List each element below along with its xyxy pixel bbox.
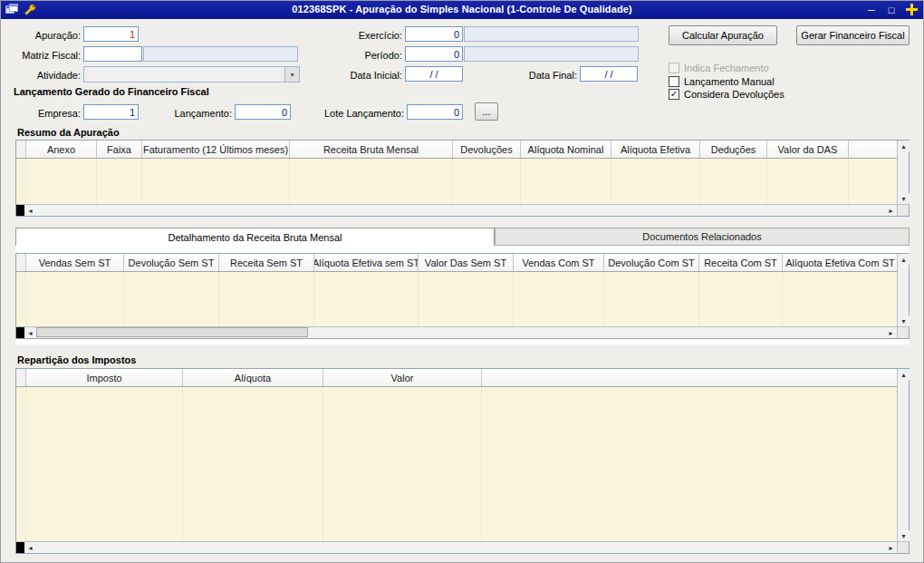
scroll-down-icon[interactable]: ▾: [898, 193, 910, 204]
exercicio-description-field: [464, 26, 639, 42]
horizontal-scrollbar[interactable]: ◂ ▸: [16, 541, 897, 553]
lote-browse-button[interactable]: ...: [475, 102, 498, 121]
column-header[interactable]: Receita Sem ST: [219, 254, 314, 271]
column-header[interactable]: Faixa: [97, 141, 142, 158]
atividade-select: ▾: [83, 66, 300, 83]
title-bar: 012368SPK - Apuração do Simples Nacional…: [1, 1, 923, 19]
column-header[interactable]: Alíquota Efetiva sem ST: [314, 254, 419, 271]
scroll-split-handle[interactable]: [16, 327, 24, 338]
column-header[interactable]: Receita Com ST: [699, 254, 783, 271]
resumo-section-title: Resumo da Apuração: [17, 127, 120, 138]
scroll-track[interactable]: [36, 205, 885, 216]
vertical-scrollbar[interactable]: ▴ ▾: [897, 141, 909, 204]
column-header[interactable]: Alíquota Nominal: [521, 141, 611, 158]
calcular-apuracao-button[interactable]: Calcular Apuração: [669, 25, 777, 45]
empresa-label: Empresa:: [8, 107, 81, 120]
vertical-scrollbar[interactable]: ▴ ▾: [897, 369, 909, 541]
detalhamento-grid-header: Vendas Sem ST Devolução Sem ST Receita S…: [16, 254, 897, 272]
periodo-input[interactable]: 0: [405, 46, 463, 62]
data-inicial-label: Data Inicial:: [327, 69, 402, 82]
column-header[interactable]: Devoluções: [453, 141, 521, 158]
column-header[interactable]: Alíquota Efetiva Com ST: [783, 254, 899, 271]
apuracao-label: Apuração:: [8, 29, 81, 42]
column-header[interactable]: Devolução Sem ST: [124, 254, 219, 271]
lote-lancamento-input[interactable]: 0: [407, 104, 463, 120]
scrollbar-corner: [897, 204, 909, 216]
horizontal-scrollbar[interactable]: ◂ ▸: [16, 326, 897, 338]
column-header[interactable]: Anexo: [26, 141, 97, 158]
wrench-icon[interactable]: [24, 4, 36, 16]
matriz-fiscal-description-field: [143, 46, 298, 62]
data-inicial-input[interactable]: / /: [405, 66, 463, 82]
column-header[interactable]: Alíquota Efetiva: [611, 141, 700, 158]
column-header[interactable]: Deduções: [700, 141, 767, 158]
column-header[interactable]: Faturamento (12 Últimos meses): [142, 141, 290, 158]
column-header[interactable]: Receita Bruta Mensal: [290, 141, 453, 158]
tab-detalhamento[interactable]: Detalhamento da Receita Bruta Mensal: [15, 228, 495, 246]
row-indicator-header: [16, 369, 26, 386]
column-header[interactable]: Vendas Com ST: [514, 254, 604, 271]
exercicio-label: Exercício:: [327, 29, 402, 42]
data-final-label: Data Final:: [501, 69, 577, 82]
scroll-split-handle[interactable]: [16, 205, 24, 216]
lancamento-label: Lançamento:: [146, 107, 232, 120]
reparticao-section-title: Repartição dos Impostos: [17, 354, 136, 365]
scroll-up-icon[interactable]: ▴: [898, 141, 910, 151]
empresa-input[interactable]: 1: [83, 104, 139, 120]
minimize-button[interactable]: ─: [865, 3, 878, 16]
column-header[interactable]: Valor: [323, 369, 482, 386]
vertical-scrollbar[interactable]: ▴ ▾: [897, 254, 909, 326]
chevron-down-icon: ▾: [284, 67, 299, 82]
exercicio-input[interactable]: 0: [405, 26, 463, 42]
column-header[interactable]: Vendas Sem ST: [26, 254, 124, 271]
matriz-fiscal-input[interactable]: [83, 46, 142, 62]
column-header[interactable]: Valor Das Sem ST: [419, 254, 514, 271]
lancamento-input[interactable]: 0: [235, 104, 291, 120]
scroll-thumb[interactable]: [36, 327, 308, 337]
lancamento-manual-checkbox[interactable]: Lançamento Manual: [669, 76, 775, 87]
app-window: 012368SPK - Apuração do Simples Nacional…: [0, 0, 924, 563]
indica-fechamento-checkbox: Indica Fechamento: [669, 63, 769, 73]
scroll-left-icon[interactable]: ◂: [24, 327, 36, 338]
detalhamento-grid-body: [16, 272, 897, 326]
considera-devolucoes-checkbox[interactable]: ✓ Considera Devoluções: [669, 89, 784, 100]
lancamento-section-title: Lançamento Gerado do Financeiro Fiscal: [14, 86, 209, 97]
horizontal-scrollbar[interactable]: ◂ ▸: [16, 204, 897, 216]
matriz-fiscal-label: Matriz Fiscal:: [8, 49, 81, 62]
checkbox-box: [669, 63, 679, 73]
periodo-label: Período:: [327, 49, 402, 62]
scroll-right-icon[interactable]: ▸: [885, 205, 897, 216]
scroll-right-icon[interactable]: ▸: [885, 542, 897, 553]
maximize-button[interactable]: □: [885, 3, 898, 16]
row-indicator-header: [16, 141, 26, 158]
apuracao-input[interactable]: 1: [83, 26, 139, 42]
reparticao-grid-body: [16, 387, 897, 541]
atividade-label: Atividade:: [8, 69, 81, 82]
scroll-track[interactable]: [36, 327, 885, 338]
data-final-input[interactable]: / /: [580, 66, 638, 82]
scroll-up-icon[interactable]: ▴: [898, 254, 910, 265]
tab-documentos-relacionados[interactable]: Documentos Relacionados: [495, 228, 910, 246]
gerar-financeiro-fiscal-button[interactable]: Gerar Financeiro Fiscal: [796, 25, 910, 45]
close-button[interactable]: [905, 3, 918, 16]
row-indicator-header: [16, 254, 26, 271]
checkbox-label: Indica Fechamento: [684, 63, 769, 73]
scroll-split-handle[interactable]: [16, 542, 24, 553]
scroll-down-icon[interactable]: ▾: [898, 530, 910, 541]
column-header[interactable]: Alíquota: [183, 369, 323, 386]
scrollbar-corner: [897, 326, 909, 338]
window-title: 012368SPK - Apuração do Simples Nacional…: [1, 4, 923, 15]
scroll-track[interactable]: [36, 542, 885, 553]
column-header[interactable]: Valor da DAS: [767, 141, 849, 158]
system-window-icon[interactable]: [5, 4, 18, 16]
scroll-up-icon[interactable]: ▴: [898, 369, 910, 380]
resumo-grid-header: Anexo Faixa Faturamento (12 Últimos mese…: [16, 141, 897, 159]
scroll-left-icon[interactable]: ◂: [24, 205, 36, 216]
scroll-left-icon[interactable]: ◂: [24, 542, 36, 553]
column-header[interactable]: Imposto: [26, 369, 183, 386]
column-header[interactable]: Devolução Com ST: [604, 254, 699, 271]
scrollbar-corner: [897, 541, 909, 553]
lote-lancamento-label: Lote Lançamento:: [309, 107, 404, 120]
scroll-right-icon[interactable]: ▸: [885, 327, 897, 338]
scroll-down-icon[interactable]: ▾: [898, 315, 910, 326]
